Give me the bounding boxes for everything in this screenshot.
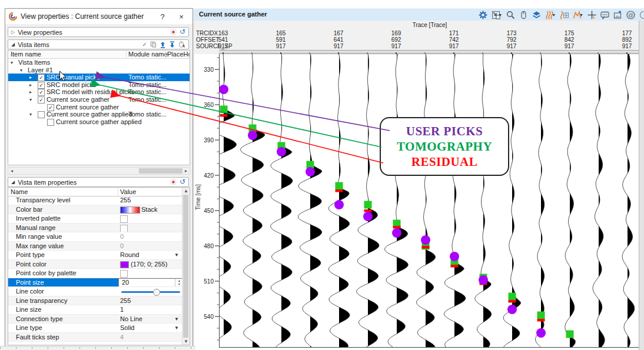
item-checkbox[interactable]: ✓: [47, 104, 54, 111]
user-pick[interactable]: [363, 212, 373, 221]
property-checkbox[interactable]: [120, 215, 128, 223]
residual-pick[interactable]: [509, 300, 516, 303]
tree-row-layer-1[interactable]: ▾Layer #1: [8, 66, 190, 74]
tree-row-src-manual-picks[interactable]: ▸✓SRC manual picksTomo static...: [8, 74, 190, 81]
tomography-pick[interactable]: [566, 331, 574, 338]
tree-col-module-name[interactable]: Module name: [128, 51, 168, 58]
item-checkbox[interactable]: [38, 111, 45, 118]
user-pick[interactable]: [306, 167, 315, 176]
dropdown-caret-icon[interactable]: ▼: [174, 324, 179, 333]
at-loupe-icon[interactable]: @: [626, 11, 635, 19]
dropdown-caret-icon[interactable]: ▼: [174, 315, 179, 324]
residual-pick[interactable]: [451, 265, 459, 268]
zoom-icon[interactable]: [506, 11, 515, 19]
user-pick[interactable]: [479, 275, 488, 285]
property-row-line-type[interactable]: Line typeSolid▼: [8, 324, 184, 333]
user-pick[interactable]: [334, 200, 344, 209]
tree-col-item-name[interactable]: Item name: [11, 51, 41, 58]
dropdown-caret-icon[interactable]: ▼: [498, 13, 502, 17]
item-checkbox[interactable]: ✓: [38, 96, 45, 104]
property-row-line-transparency[interactable]: Line transparency255: [8, 296, 184, 306]
user-pick[interactable]: [536, 328, 546, 338]
spinner-editor[interactable]: 20▲▼: [118, 278, 184, 288]
user-pick[interactable]: [450, 252, 459, 261]
residual-pick[interactable]: [537, 319, 545, 322]
layers-icon[interactable]: [532, 11, 541, 19]
tree-row-src-model-picks[interactable]: ▸✓SRC model picksTomo static...: [8, 81, 190, 89]
expanded-arrow-icon[interactable]: ▾: [20, 66, 22, 74]
property-row-connection-type[interactable]: Connection typeNo Line▼: [8, 315, 184, 324]
apply-target-icon[interactable]: [170, 179, 177, 185]
undo-icon[interactable]: ↺: [180, 179, 185, 185]
comment-icon[interactable]: [600, 11, 609, 19]
tree-header[interactable]: Item name Module name PlaceHo: [8, 51, 190, 59]
property-row-point-color-by-palette[interactable]: Point color by palette: [8, 269, 184, 278]
seismic-plot[interactable]: [219, 54, 639, 348]
property-row-line-color[interactable]: Line color: [8, 287, 184, 296]
tree-row-current-source-gather[interactable]: ▾✓Current source gatherTomo static...: [8, 96, 190, 104]
property-row-point-color[interactable]: Point color(170; 0; 255): [8, 260, 184, 269]
property-row-line-size[interactable]: Line size1: [8, 305, 184, 315]
move-up-icon[interactable]: [160, 41, 166, 48]
tomography-pick[interactable]: [364, 201, 372, 209]
slider-handle[interactable]: [153, 289, 160, 296]
tree-row-vista-items[interactable]: ▾Vista Items: [8, 59, 190, 66]
undo-icon[interactable]: ↺: [180, 29, 185, 35]
move-down-icon[interactable]: [169, 41, 175, 48]
property-row-manual-range[interactable]: Manual range: [8, 224, 184, 233]
section-view-properties[interactable]: ▷ View properties ↺: [8, 27, 189, 37]
property-row-inverted-palette[interactable]: Inverted palette: [8, 214, 184, 224]
property-value[interactable]: Solid: [120, 324, 134, 333]
property-row-max-range-value[interactable]: Max range value0: [8, 242, 184, 251]
item-checkbox[interactable]: ✓: [38, 74, 45, 81]
properties-vertical-scrollbar[interactable]: ▲ ▼: [182, 188, 190, 345]
user-pick[interactable]: [248, 131, 257, 140]
property-value[interactable]: No Line: [120, 315, 142, 324]
apply-target-icon[interactable]: [170, 29, 177, 35]
residual-pick[interactable]: [393, 226, 401, 229]
scroll-right-icon[interactable]: ▸: [182, 168, 190, 174]
scroll-down-icon[interactable]: ▼: [182, 338, 190, 345]
user-pick[interactable]: [392, 228, 401, 238]
item-checkbox[interactable]: [47, 119, 54, 126]
dropdown-caret-icon[interactable]: ▼: [552, 13, 556, 17]
scroll-up-icon[interactable]: ▲: [182, 188, 190, 194]
item-checkbox[interactable]: ✓: [38, 82, 45, 89]
residual-pick[interactable]: [220, 114, 228, 117]
tree-horizontal-scrollbar[interactable]: ◂ ▸: [8, 167, 190, 175]
close-button[interactable]: ×: [174, 12, 189, 21]
tomography-pick[interactable]: [220, 106, 228, 114]
help-button[interactable]: ?: [155, 12, 170, 21]
export-image-icon[interactable]: [613, 11, 622, 19]
user-pick[interactable]: [277, 147, 286, 156]
property-row-color-bar[interactable]: Color barStack: [8, 205, 184, 215]
residual-pick[interactable]: [422, 246, 430, 249]
copy-items-icon[interactable]: [150, 41, 157, 48]
check-all-icon[interactable]: ✓: [142, 41, 147, 48]
user-pick[interactable]: [421, 235, 430, 245]
scroll-left-icon[interactable]: ◂: [8, 168, 15, 174]
item-checkbox[interactable]: ✓: [38, 89, 45, 96]
tree-row-src-model-with-residual-picks[interactable]: ▸✓SRC model with residual picksTomo stat…: [8, 88, 190, 96]
property-row-transparency-level[interactable]: Transparency level255: [8, 196, 184, 205]
property-row-point-type[interactable]: Point typeRound▼: [8, 251, 184, 260]
property-checkbox[interactable]: [120, 270, 128, 278]
collapsed-arrow-icon[interactable]: ▸: [29, 81, 32, 89]
property-row-min-range-value[interactable]: Min range value0: [8, 232, 184, 242]
pick-mouse-icon[interactable]: [178, 41, 185, 48]
color-swatch[interactable]: [120, 261, 129, 268]
clipped-icon[interactable]: [639, 11, 644, 19]
section-vista-item-properties[interactable]: ◢ Vista item properties ↺: [8, 177, 189, 187]
tomography-pick[interactable]: [509, 293, 516, 301]
residual-pick[interactable]: [336, 189, 343, 192]
crosshair-icon[interactable]: [587, 11, 596, 19]
tree-row-current-source-gather-applied[interactable]: Current source gather applied: [8, 118, 190, 126]
user-pick[interactable]: [219, 85, 228, 94]
tomography-pick[interactable]: [336, 182, 343, 190]
property-row-point-size[interactable]: Point size20▲▼: [8, 278, 184, 288]
tree-row-current-source-gather[interactable]: ✓Current source gather: [8, 104, 190, 111]
settings-gear-icon[interactable]: [479, 11, 487, 19]
dialog-title-bar[interactable]: View properties : Current source gather …: [5, 9, 192, 24]
property-row-fault-ticks-step[interactable]: Fault ticks step4: [8, 333, 184, 342]
collapsed-arrow-icon[interactable]: ▸: [29, 74, 32, 81]
